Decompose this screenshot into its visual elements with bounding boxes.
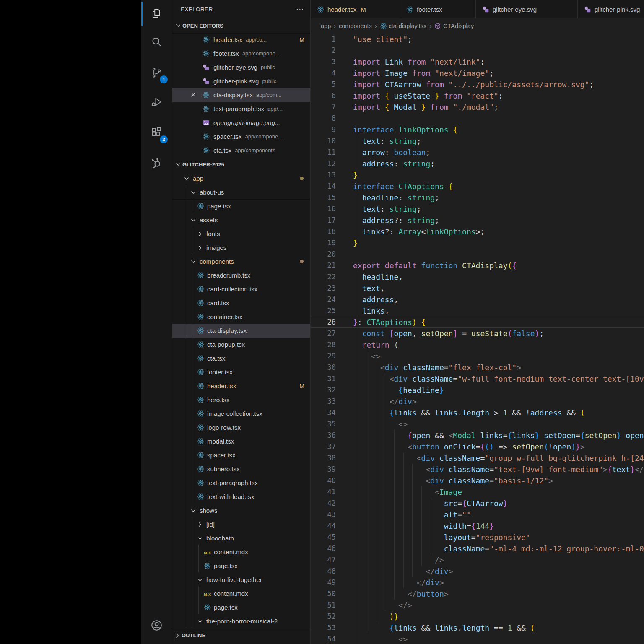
activity-search[interactable] [141,28,171,56]
folder-name: the-porn-horror-musical-2 [206,618,278,625]
activity-source-control[interactable]: 1 [141,59,171,86]
tree-item-text-with-lead.tsx[interactable]: text-with-lead.tsx [172,490,310,504]
line-number: 26 [311,317,336,328]
tree-item-components[interactable]: components [172,254,310,268]
line-number: 15 [311,192,336,203]
folder-name: shows [200,507,218,514]
react-icon [204,562,211,569]
code-line-31: 31 <div className="w-full font-medium te… [311,373,644,384]
line-number: 41 [311,486,336,498]
tab-header.tsx[interactable]: header.tsxM [311,0,400,18]
tree-item-page.tsx[interactable]: page.tsx [172,559,310,573]
close-icon[interactable] [190,91,197,98]
more-actions-icon[interactable]: ⋯ [296,7,304,11]
tab-glitcher-eye.svg[interactable]: glitcher-eye.svg [476,0,578,18]
folder-name: app [193,175,203,182]
activity-hubspot[interactable] [141,149,171,177]
breadcrumb-item-cta-display.tsx[interactable]: cta-display.tsx [380,23,427,29]
tree-item-subhero.tsx[interactable]: subhero.tsx [172,462,310,476]
file-path: public [262,78,276,84]
tree-item-text-paragraph.tsx[interactable]: text-paragraph.tsx [172,476,310,490]
breadcrumb-item-CTAdisplay[interactable]: CTAdisplay [434,23,474,29]
tree-item-the-porn-horror-musical-2[interactable]: the-porn-horror-musical-2 [172,614,310,628]
tree-item-card.tsx[interactable]: card.tsx [172,296,310,310]
git-status-badge: M [299,36,310,43]
tree-item-footer.tsx[interactable]: footer.tsx [172,365,310,379]
react-icon [197,424,204,431]
tree-item-cta-popup.tsx[interactable]: cta-popup.tsx [172,338,310,351]
code-line-18: 18 links?: Array<linkOptions>; [311,226,644,237]
modified-dot [300,177,304,180]
folder-name: components [200,258,234,265]
code-line-6: 6import { useState } from "react"; [311,90,644,101]
tree-item-page.tsx[interactable]: page.tsx [172,600,310,614]
activity-run-debug[interactable] [141,88,171,116]
file-path: app/... [267,106,283,112]
tree-item-image-collection.tsx[interactable]: image-collection.tsx [172,407,310,421]
code-editor[interactable]: 1"use client";23import Link from "next/l… [311,34,644,644]
tree-item-hero.tsx[interactable]: hero.tsx [172,393,310,407]
react-icon [197,493,204,500]
activity-account[interactable] [141,611,171,639]
open-editor-opengraph-image.png...[interactable]: opengraph-image.png... [172,116,310,130]
tree-item-bloodbath[interactable]: bloodbath [172,531,310,545]
workspace-root-header[interactable]: GLITCHER-2025 [172,157,310,171]
tree-item-modal.tsx[interactable]: modal.tsx [172,434,310,448]
folder-name: about-us [200,189,224,196]
open-editors-header[interactable]: OPEN EDITORS [172,18,310,33]
activity-extensions[interactable]: 3 [141,119,171,146]
tree-item-content.mdx[interactable]: M↓Xcontent.mdx [172,545,310,559]
open-editor-glitcher-pink.svg[interactable]: glitcher-pink.svgpublic [172,74,310,88]
tree-item-assets[interactable]: assets [172,213,310,227]
sidebar-title-row: EXPLORER ⋯ [172,0,310,18]
tree-item-breadcrumb.tsx[interactable]: breadcrumb.tsx [172,268,310,282]
open-editor-header.tsx[interactable]: header.tsxapp/co...M [172,33,310,47]
open-editor-cta.tsx[interactable]: cta.tsxapp/components [172,143,310,157]
outline-header[interactable]: OUTLINE [172,628,310,642]
editor-group: header.tsxMfooter.tsxglitcher-eye.svggli… [311,0,644,644]
activity-explorer[interactable] [141,0,171,28]
tree-item-cta.tsx[interactable]: cta.tsx [172,351,310,365]
tree-item-how-to-live-together[interactable]: how-to-live-together [172,573,310,587]
line-number: 11 [311,147,336,158]
tree-item-[id][interactable]: [id] [172,517,310,531]
open-editor-text-paragraph.tsx[interactable]: text-paragraph.tsxapp/... [172,102,310,116]
line-number: 10 [311,135,336,147]
open-editor-spacer.tsx[interactable]: spacer.tsxapp/compone... [172,130,310,143]
tree-item-page.tsx[interactable]: page.tsx [172,199,310,213]
file-path: public [261,64,275,70]
activity-bar: 13 [141,0,172,644]
breadcrumb: app›components›cta-display.tsx›CTAdispla… [311,18,644,34]
open-editor-cta-display.tsx[interactable]: cta-display.tsxapp/com... [172,88,310,102]
tree-item-app[interactable]: app [172,171,310,185]
tab-glitcher-pink.svg[interactable]: glitcher-pink.svg [578,0,644,18]
svg-file-icon [203,64,210,71]
code-line-12: 12 address: string; [311,158,644,169]
line-number: 43 [311,509,336,520]
open-editor-glitcher-eye.svg[interactable]: glitcher-eye.svgpublic [172,60,310,74]
symbol-class-icon [434,23,441,29]
tree-item-about-us[interactable]: about-us [172,185,310,199]
tree-item-shows[interactable]: shows [172,504,310,517]
code-line-9: 9interface linkOptions { [311,124,644,135]
file-name: image-collection.tsx [207,410,262,417]
account-icon [150,619,163,632]
breadcrumb-item-components[interactable]: components [339,23,372,29]
tree-item-images[interactable]: images [172,241,310,254]
breadcrumb-item-app[interactable]: app [321,23,331,29]
tab-footer.tsx[interactable]: footer.tsx [400,0,476,18]
line-number: 4 [311,68,336,79]
tree-item-header.tsx[interactable]: header.tsxM [172,379,310,393]
tree-item-card-collection.tsx[interactable]: card-collection.tsx [172,282,310,296]
file-path: app/co... [246,36,267,43]
tree-item-spacer.tsx[interactable]: spacer.tsx [172,448,310,462]
sidebar-title: EXPLORER [181,6,213,13]
tree-item-container.tsx[interactable]: container.tsx [172,310,310,324]
tree-item-logo-row.tsx[interactable]: logo-row.tsx [172,421,310,434]
tree-item-cta-display.tsx[interactable]: cta-display.tsx [172,324,310,338]
file-path: app/compone... [242,50,280,57]
line-number: 52 [311,611,336,622]
tree-item-fonts[interactable]: fonts [172,227,310,241]
tree-item-content.mdx[interactable]: M↓Xcontent.mdx [172,587,310,600]
open-editor-footer.tsx[interactable]: footer.tsxapp/compone... [172,47,310,60]
